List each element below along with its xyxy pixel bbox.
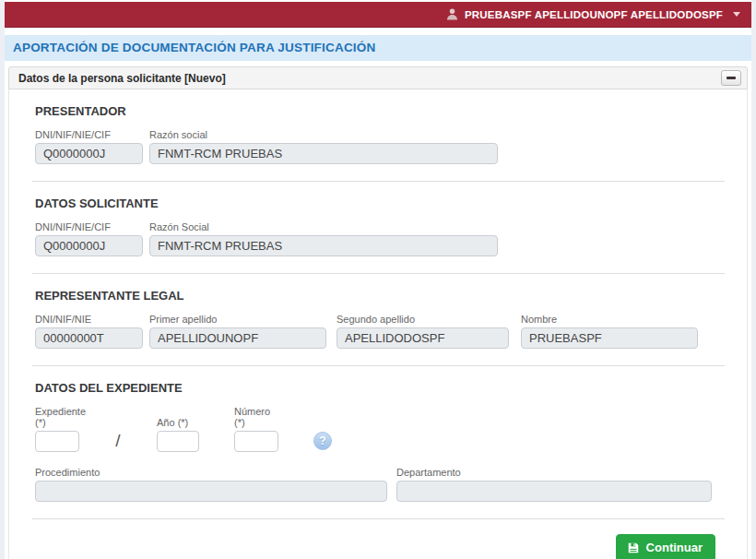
representante-nombre-input <box>521 327 698 349</box>
save-icon <box>627 541 640 554</box>
presentador-nif-label: DNI/NIF/NIE/CIF <box>35 129 143 140</box>
solicitante-nif-input <box>35 235 143 256</box>
presentador-razon-label: Razón social <box>149 129 498 140</box>
representante-nif-label: DNI/NIF/NIE <box>35 314 143 325</box>
section-heading-solicitante: DATOS SOLICITANTE <box>35 196 725 210</box>
footer-actions: Continuar <box>35 519 725 559</box>
numero-label: Número (*) <box>234 406 278 428</box>
expediente-fields: Expediente (*) / Año (*) Número (*) ? <box>35 406 725 452</box>
section-representante: REPRESENTANTE LEGAL DNI/NIF/NIE Primer a… <box>35 274 725 349</box>
collapse-panel-button[interactable] <box>721 70 741 86</box>
departamento-label: Departamento <box>396 467 712 478</box>
field-numero: Número (*) <box>234 406 278 452</box>
section-solicitante: DATOS SOLICITANTE DNI/NIF/NIE/CIF Razón … <box>35 182 725 256</box>
minus-icon <box>726 77 736 79</box>
continue-button[interactable]: Continuar <box>616 534 715 559</box>
panel-body: PRESENTADOR DNI/NIF/NIE/CIF Razón social… <box>8 89 748 559</box>
field-procedimiento: Procedimiento <box>35 467 387 502</box>
solicitante-fields: DNI/NIF/NIE/CIF Razón Social <box>35 221 725 256</box>
section-heading-expediente: DATOS DEL EXPEDIENTE <box>35 381 725 395</box>
section-heading-presentador: PRESENTADOR <box>35 104 725 118</box>
representante-apellido2-label: Segundo apellido <box>337 314 509 325</box>
user-menu[interactable]: PRUEBASPF APELLIDOUNOPF APELLIDODOSPF <box>446 8 740 20</box>
section-presentador: PRESENTADOR DNI/NIF/NIE/CIF Razón social <box>35 89 725 164</box>
help-icon[interactable]: ? <box>313 432 332 450</box>
page-title-bar: APORTACIÓN DE DOCUMENTACIÓN PARA JUSTIFI… <box>5 35 751 61</box>
user-name: PRUEBASPF APELLIDOUNOPF APELLIDODOSPF <box>465 9 723 20</box>
continue-button-label: Continuar <box>646 541 703 554</box>
solicitante-razon-label: Razón Social <box>149 221 498 232</box>
page-title: APORTACIÓN DE DOCUMENTACIÓN PARA JUSTIFI… <box>13 41 743 54</box>
field-representante-nif: DNI/NIF/NIE <box>35 314 143 349</box>
section-expediente: DATOS DEL EXPEDIENTE Expediente (*) / Añ… <box>35 366 725 502</box>
panel-title: Datos de la persona solicitante [Nuevo] <box>18 72 226 85</box>
representante-apellido2-input <box>337 327 509 349</box>
user-icon <box>446 8 458 20</box>
expediente-input[interactable] <box>35 431 79 452</box>
presentador-razon-input <box>149 143 498 164</box>
expediente-separator: / <box>79 431 157 452</box>
representante-fields: DNI/NIF/NIE Primer apellido Segundo apel… <box>35 314 725 349</box>
field-expediente: Expediente (*) <box>35 406 79 452</box>
field-representante-apellido2: Segundo apellido <box>337 314 509 349</box>
anio-input[interactable] <box>157 431 199 452</box>
procedimiento-label: Procedimiento <box>35 467 387 478</box>
section-heading-representante: REPRESENTANTE LEGAL <box>35 289 725 303</box>
presentador-nif-input <box>35 143 143 164</box>
applicant-data-panel: Datos de la persona solicitante [Nuevo] … <box>8 66 748 559</box>
top-header-bar: PRUEBASPF APELLIDOUNOPF APELLIDODOSPF <box>5 2 751 28</box>
representante-apellido1-input <box>149 327 326 349</box>
numero-input[interactable] <box>234 431 278 452</box>
field-representante-apellido1: Primer apellido <box>149 314 326 349</box>
field-anio: Año (*) <box>157 417 199 452</box>
presentador-fields: DNI/NIF/NIE/CIF Razón social <box>35 129 725 164</box>
representante-nif-input <box>35 327 143 349</box>
field-presentador-razon: Razón social <box>149 129 498 164</box>
field-representante-nombre: Nombre <box>521 314 698 349</box>
procedimiento-input <box>35 481 387 502</box>
procedimiento-fields: Procedimiento Departamento <box>35 467 725 502</box>
representante-apellido1-label: Primer apellido <box>149 314 326 325</box>
solicitante-nif-label: DNI/NIF/NIE/CIF <box>35 221 143 232</box>
anio-label: Año (*) <box>157 417 199 428</box>
page-container: PRUEBASPF APELLIDOUNOPF APELLIDODOSPF AP… <box>5 0 751 559</box>
panel-header: Datos de la persona solicitante [Nuevo] <box>8 66 748 89</box>
expediente-label: Expediente (*) <box>35 406 79 428</box>
chevron-down-icon <box>733 12 740 17</box>
representante-nombre-label: Nombre <box>521 314 698 325</box>
solicitante-razon-input <box>149 235 498 256</box>
field-presentador-nif: DNI/NIF/NIE/CIF <box>35 129 143 164</box>
field-departamento: Departamento <box>396 467 712 502</box>
departamento-input <box>396 481 712 502</box>
field-solicitante-nif: DNI/NIF/NIE/CIF <box>35 221 143 256</box>
field-solicitante-razon: Razón Social <box>149 221 498 256</box>
